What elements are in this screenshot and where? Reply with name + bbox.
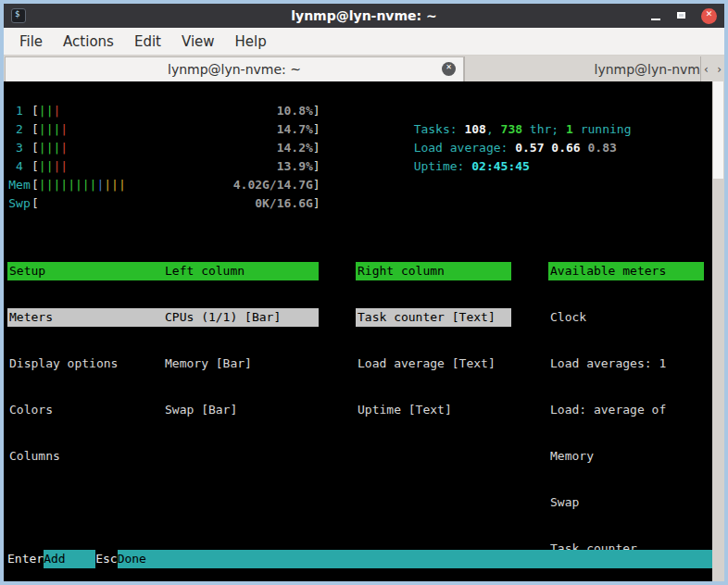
titlebar[interactable]: lynmp@lyn-nvme: ~ xyxy=(4,4,724,28)
cpu2-bar-green: ||| xyxy=(39,122,60,136)
window-frame: lynmp@lyn-nvme: ~ File Actions Edit View… xyxy=(0,0,728,585)
minimize-icon[interactable] xyxy=(649,9,662,22)
tab-active[interactable]: lynmp@lyn-nvme: ~ xyxy=(5,56,464,81)
panel-setup: Setup Meters Display options Colors Colu… xyxy=(7,234,163,493)
uptime-value: 02:45:45 xyxy=(471,159,530,173)
close-icon[interactable] xyxy=(701,8,717,24)
mem-bar-green: |||||||| xyxy=(39,178,97,192)
cpu2-bar-red: | xyxy=(60,122,68,136)
cpu3-meter: 3[||||14.2%] xyxy=(7,139,320,157)
cpu4-label: 4 xyxy=(7,157,31,176)
left-column-item-swap[interactable]: Swap [Bar] xyxy=(163,401,319,419)
cpu1-value: 10.8% xyxy=(277,102,313,120)
cpu4-value: 13.9% xyxy=(277,157,313,176)
bracket-open: [ xyxy=(31,139,39,157)
bracket-close: ] xyxy=(313,120,320,139)
cpu1-bar-red: | xyxy=(53,104,60,118)
right-column-item-uptime[interactable]: Uptime [Text] xyxy=(356,401,511,419)
add-action-button[interactable]: Add xyxy=(44,550,95,568)
tasks-line: Tasks: 108, 738 thr; 1 running xyxy=(356,102,631,120)
esc-key-label[interactable]: Esc xyxy=(95,550,117,568)
cpu1-label: 1 xyxy=(7,102,31,120)
load-15min: 0.83 xyxy=(587,141,616,155)
menu-help[interactable]: Help xyxy=(225,33,277,50)
tab-inactive-label: lynmp@lyn-nvm xyxy=(595,62,700,77)
bracket-close: ] xyxy=(313,157,320,176)
setup-item-meters[interactable]: Meters xyxy=(7,308,163,327)
tab-active-label: lynmp@lyn-nvme: ~ xyxy=(168,62,301,77)
cpu2-label: 2 xyxy=(7,120,31,139)
terminal-window: lynmp@lyn-nvme: ~ File Actions Edit View… xyxy=(4,4,724,581)
mem-bar-yellow: ||| xyxy=(104,178,125,192)
bracket-open: [ xyxy=(31,194,39,213)
cpu3-label: 3 xyxy=(7,139,31,157)
scrollbar-thumb[interactable] xyxy=(713,81,723,179)
available-item-load-averages[interactable]: Load averages: 1 xyxy=(548,355,704,373)
bracket-open: [ xyxy=(31,120,39,139)
window-title: lynmp@lyn-nvme: ~ xyxy=(4,8,724,23)
bracket-close: ] xyxy=(313,194,320,213)
tab-inactive[interactable]: lynmp@lyn-nvm xyxy=(464,56,700,81)
bracket-close: ] xyxy=(313,102,320,120)
terminal-screen[interactable]: 1[|||10.8%] 2[||||14.7%] 3[||||14.2%] 4[… xyxy=(4,81,724,581)
memory-label: Mem xyxy=(7,176,31,194)
bracket-close: ] xyxy=(313,139,320,157)
maximize-icon[interactable] xyxy=(675,9,688,22)
panel-right-column: Right column Task counter [Text] Load av… xyxy=(356,234,511,447)
cpu4-bar-green: || xyxy=(39,159,54,173)
cpu2-value: 14.7% xyxy=(277,120,313,139)
load-average-line: Load average: 0.57 0.66 0.83 xyxy=(356,120,617,139)
cpu3-bar-red: | xyxy=(60,141,68,155)
panel-setup-header: Setup xyxy=(7,262,163,280)
left-column-item-cpus[interactable]: CPUs (1/1) [Bar] xyxy=(163,308,319,327)
terminal-scrollbar[interactable] xyxy=(712,81,724,581)
done-action-button[interactable]: Done xyxy=(118,550,712,568)
cpu3-bar-green: ||| xyxy=(39,141,60,155)
tab-scroll-right-icon[interactable]: › xyxy=(717,63,722,76)
panel-available-meters-header: Available meters xyxy=(548,262,704,280)
tab-scroller: ‹ › xyxy=(700,56,724,81)
memory-meter: Mem[||||||||||||4.02G/14.7G] xyxy=(7,176,320,194)
menubar: File Actions Edit View Help xyxy=(4,28,724,56)
window-controls xyxy=(649,4,717,28)
bracket-open: [ xyxy=(31,176,39,194)
swap-meter: Swp[0K/16.6G] xyxy=(7,194,320,213)
setup-item-display-options[interactable]: Display options xyxy=(7,355,163,373)
menu-actions[interactable]: Actions xyxy=(53,33,124,50)
cpu1-meter: 1[|||10.8%] xyxy=(7,102,320,120)
available-item-load-average-of[interactable]: Load: average of xyxy=(548,401,704,419)
setup-item-colors[interactable]: Colors xyxy=(7,401,163,419)
menu-view[interactable]: View xyxy=(171,33,225,50)
panel-left-column-header: Left column xyxy=(163,262,319,280)
load-5min: 0.66 xyxy=(551,141,587,155)
panel-right-column-header: Right column xyxy=(356,262,511,280)
menu-file[interactable]: File xyxy=(9,33,53,50)
uptime-line: Uptime: 02:45:45 xyxy=(356,139,530,157)
cpu3-value: 14.2% xyxy=(277,139,313,157)
cpu4-bar-red: || xyxy=(53,159,68,173)
tabbar: lynmp@lyn-nvme: ~ lynmp@lyn-nvm ‹ › xyxy=(4,56,724,81)
cpu2-meter: 2[||||14.7%] xyxy=(7,120,320,139)
uptime-label: Uptime: xyxy=(414,159,472,173)
swap-label: Swp xyxy=(7,194,31,213)
tab-close-icon[interactable] xyxy=(442,62,456,76)
function-bar: Enter Add Esc Done xyxy=(4,550,712,568)
available-item-clock[interactable]: Clock xyxy=(548,308,704,327)
tab-scroll-left-icon[interactable]: ‹ xyxy=(704,63,709,76)
enter-key-label[interactable]: Enter xyxy=(7,550,44,568)
right-column-item-load-average[interactable]: Load average [Text] xyxy=(356,355,511,373)
panel-available-meters: Available meters Clock Load averages: 1 … xyxy=(548,234,704,581)
memory-value: 4.02G/14.7G xyxy=(233,176,313,194)
right-column-item-task-counter[interactable]: Task counter [Text] xyxy=(356,308,511,327)
bracket-open: [ xyxy=(31,157,39,176)
bracket-open: [ xyxy=(31,102,39,120)
menu-edit[interactable]: Edit xyxy=(124,33,171,50)
swap-value: 0K/16.6G xyxy=(255,194,313,213)
setup-item-columns[interactable]: Columns xyxy=(7,447,163,466)
cpu4-meter: 4[||||13.9%] xyxy=(7,157,320,176)
left-column-item-memory[interactable]: Memory [Bar] xyxy=(163,355,319,373)
available-item-swap[interactable]: Swap xyxy=(548,493,704,512)
cpu1-bar-green: || xyxy=(39,104,54,118)
available-item-memory[interactable]: Memory xyxy=(548,447,704,466)
panel-left-column: Left column CPUs (1/1) [Bar] Memory [Bar… xyxy=(163,234,319,447)
